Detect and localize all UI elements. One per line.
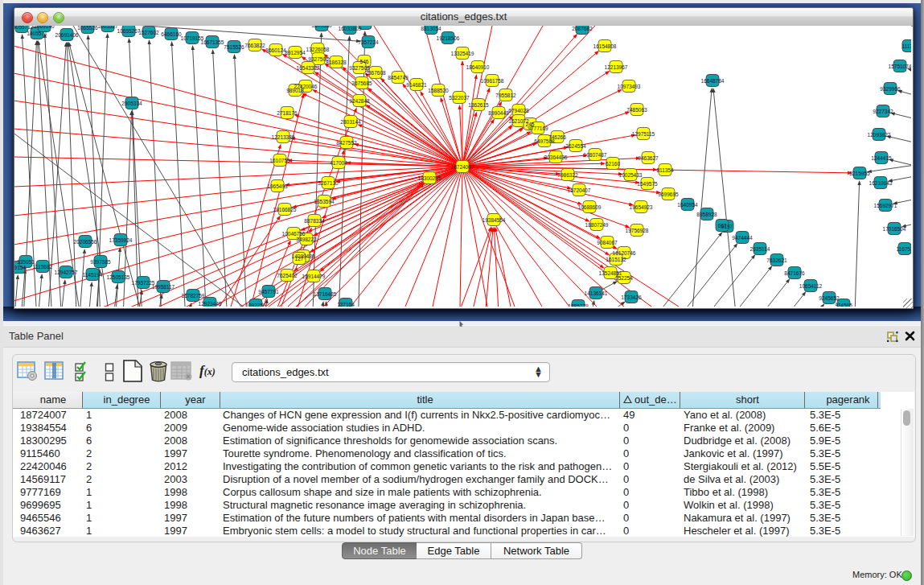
svg-text:9699695: 9699695 <box>658 192 679 197</box>
svg-text:11173: 11173 <box>901 43 911 49</box>
svg-text:39154: 39154 <box>14 265 26 270</box>
svg-text:10688609: 10688609 <box>578 204 602 210</box>
svg-text:7986322: 7986322 <box>557 172 578 178</box>
svg-text:127: 127 <box>295 256 304 262</box>
svg-text:14136141: 14136141 <box>585 290 608 296</box>
svg-text:20206556: 20206556 <box>74 239 97 245</box>
svg-text:10961758: 10961758 <box>481 78 504 84</box>
svg-text:17359924: 17359924 <box>109 237 133 243</box>
svg-text:1065527: 1065527 <box>97 26 118 29</box>
svg-text:19756928: 19756928 <box>626 228 649 233</box>
svg-text:8660124: 8660124 <box>265 47 286 53</box>
svg-text:137164: 137164 <box>337 302 355 307</box>
svg-text:3675685: 3675685 <box>351 80 372 86</box>
svg-text:8958928: 8958928 <box>696 212 717 217</box>
svg-text:9242848: 9242848 <box>349 98 370 104</box>
svg-text:8878334: 8878334 <box>304 218 325 224</box>
svg-text:13716485: 13716485 <box>314 291 337 297</box>
svg-text:17016504: 17016504 <box>883 226 906 232</box>
svg-text:2803144: 2803144 <box>340 119 361 125</box>
svg-text:16033809: 16033809 <box>339 26 362 31</box>
svg-text:2367608: 2367608 <box>365 70 386 76</box>
svg-text:20364436: 20364436 <box>544 154 568 160</box>
svg-text:7955812: 7955812 <box>495 93 516 98</box>
svg-text:1733426: 1733426 <box>621 295 642 300</box>
svg-text:10046756: 10046756 <box>282 231 306 237</box>
svg-text:12093822: 12093822 <box>868 132 891 138</box>
svg-text:8912954: 8912954 <box>285 50 306 56</box>
svg-text:16543382: 16543382 <box>297 65 320 71</box>
svg-text:19218506: 19218506 <box>437 35 460 41</box>
svg-text:62160: 62160 <box>606 161 620 167</box>
svg-text:2935114: 2935114 <box>750 246 770 252</box>
svg-text:10654112: 10654112 <box>799 283 823 289</box>
svg-text:1353594: 1353594 <box>314 199 335 204</box>
svg-text:12213967: 12213967 <box>605 64 628 70</box>
svg-text:9474444: 9474444 <box>732 235 753 241</box>
svg-text:667: 667 <box>718 223 727 229</box>
svg-text:3624554: 3624554 <box>565 143 586 149</box>
svg-text:12975115: 12975115 <box>632 131 655 137</box>
svg-text:8427552: 8427552 <box>336 140 357 146</box>
svg-text:811354: 811354 <box>656 167 674 173</box>
svg-text:1092259: 1092259 <box>245 303 266 307</box>
svg-text:18640910: 18640910 <box>466 64 490 70</box>
svg-text:16120746: 16120746 <box>613 250 636 256</box>
svg-text:2069140: 2069140 <box>34 26 55 29</box>
svg-text:19958117: 19958117 <box>152 284 175 290</box>
svg-text:1610755: 1610755 <box>269 158 290 163</box>
svg-text:7357224: 7357224 <box>358 39 379 45</box>
svg-text:1549575: 1549575 <box>637 181 658 187</box>
svg-text:16671355: 16671355 <box>201 39 224 45</box>
svg-text:9777169: 9777169 <box>528 126 548 131</box>
svg-text:5322037: 5322037 <box>449 95 470 101</box>
svg-text:9084067: 9084067 <box>597 240 618 245</box>
svg-text:12923448: 12923448 <box>199 301 222 307</box>
svg-text:1615132: 1615132 <box>606 257 626 262</box>
svg-text:9146821: 9146821 <box>406 82 427 88</box>
svg-text:3267130: 3267130 <box>318 180 339 186</box>
svg-text:8990448: 8990448 <box>488 110 509 116</box>
svg-text:989018: 989018 <box>286 88 304 93</box>
svg-text:924565: 924565 <box>835 303 852 307</box>
svg-text:16210643: 16210643 <box>869 180 893 186</box>
svg-text:9397585: 9397585 <box>90 259 111 265</box>
svg-text:1145194: 1145194 <box>83 272 103 278</box>
svg-text:18807249: 18807249 <box>585 222 609 228</box>
svg-text:12213389: 12213389 <box>272 134 295 140</box>
svg-text:20691406: 20691406 <box>55 32 79 38</box>
svg-text:18724007: 18724007 <box>451 164 474 170</box>
svg-text:1065526: 1065526 <box>77 26 98 31</box>
svg-text:8454749: 8454749 <box>388 75 409 80</box>
svg-text:10655267: 10655267 <box>117 28 141 34</box>
svg-text:13325419: 13325419 <box>451 51 474 56</box>
svg-text:8186328: 8186328 <box>326 60 347 65</box>
svg-text:2905334: 2905334 <box>121 101 142 106</box>
svg-text:417004: 417004 <box>330 160 347 166</box>
svg-text:1405571: 1405571 <box>27 31 47 36</box>
svg-text:1885779: 1885779 <box>568 303 589 307</box>
svg-text:14055712: 14055712 <box>14 26 34 30</box>
svg-text:10807487: 10807487 <box>584 152 607 158</box>
svg-text:1640954: 1640954 <box>677 202 698 208</box>
svg-text:16154808: 16154808 <box>593 43 617 49</box>
svg-text:7625402: 7625402 <box>277 273 298 278</box>
svg-text:7485063: 7485063 <box>626 107 647 113</box>
svg-text:7632621: 7632621 <box>766 257 787 263</box>
svg-text:19166825: 19166825 <box>273 207 297 212</box>
svg-text:1588520: 1588520 <box>428 88 449 93</box>
svg-text:9245652: 9245652 <box>819 295 840 301</box>
svg-text:8471676: 8471676 <box>784 270 805 276</box>
svg-text:1527602: 1527602 <box>138 30 159 35</box>
svg-text:1115682: 1115682 <box>33 264 53 270</box>
svg-text:13226058: 13226058 <box>306 47 330 52</box>
svg-text:16648784: 16648784 <box>701 78 725 84</box>
svg-text:252254: 252254 <box>615 275 633 281</box>
svg-text:9227342: 9227342 <box>873 109 893 114</box>
svg-text:546: 546 <box>360 59 369 64</box>
svg-text:8813054: 8813054 <box>421 26 441 31</box>
svg-text:15692971: 15692971 <box>874 203 897 208</box>
svg-text:19654923: 19654923 <box>630 204 653 210</box>
svg-text:6466160: 6466160 <box>161 31 182 37</box>
svg-text:1965493: 1965493 <box>267 183 288 189</box>
